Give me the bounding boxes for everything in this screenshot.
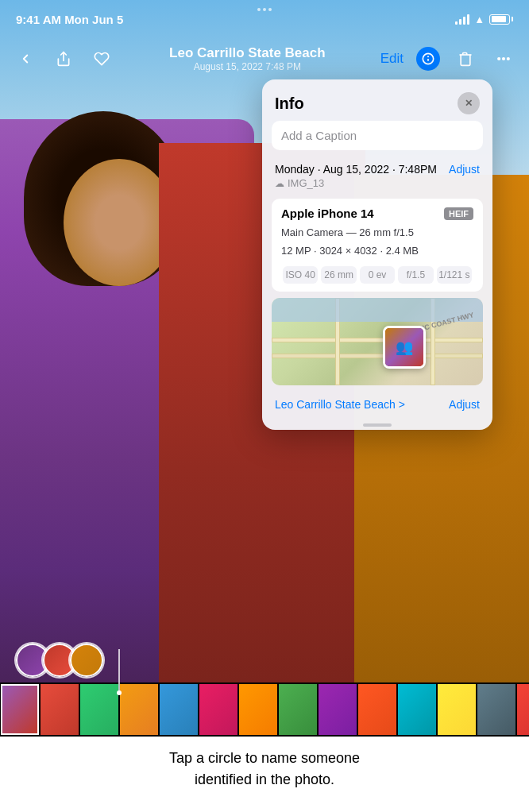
svg-point-8 [117, 690, 122, 695]
dot [268, 8, 272, 11]
status-time: 9:41 AM Mon Jun 5 [16, 13, 123, 26]
film-thumb-selected[interactable] [1, 684, 39, 735]
heif-badge: HEIF [444, 207, 473, 220]
info-panel-header: Info ✕ [262, 79, 492, 121]
map-road [272, 338, 483, 342]
location-adjust-button[interactable]: Adjust [449, 398, 480, 411]
file-name-row: ☁ IMG_13 [275, 177, 449, 189]
map-pin-photo: 👥 [385, 328, 423, 366]
caption-placeholder: Add a Caption [281, 129, 357, 142]
info-title: Info [275, 95, 304, 113]
three-dots [257, 8, 272, 11]
favorite-button[interactable] [89, 46, 114, 72]
status-bar: 9:41 AM Mon Jun 5 ▲ [0, 0, 529, 38]
film-thumb[interactable] [398, 684, 436, 735]
map-section[interactable]: PACIFIC COAST HWY 👥 [272, 298, 483, 385]
status-right: ▲ [455, 14, 513, 25]
nav-right: Edit [380, 46, 516, 72]
film-thumb[interactable] [199, 684, 237, 735]
battery-icon [489, 14, 513, 25]
panel-handle [363, 423, 392, 427]
callout-line [75, 649, 171, 697]
film-thumb[interactable] [279, 684, 317, 735]
dot [257, 8, 261, 11]
date-text: Monday · Aug 15, 2022 · 7:48PM [275, 163, 449, 176]
svg-point-4 [503, 58, 505, 60]
share-button[interactable] [51, 46, 76, 72]
exif-row: ISO 40 26 mm 0 ev f/1.5 1/121 s [272, 261, 483, 292]
film-thumb[interactable] [41, 684, 79, 735]
date-row: Monday · Aug 15, 2022 · 7:48PM ☁ IMG_13 … [262, 160, 492, 192]
exif-aperture: f/1.5 [398, 266, 433, 284]
info-close-button[interactable]: ✕ [458, 92, 480, 114]
date-adjust-button[interactable]: Adjust [449, 163, 480, 176]
film-thumb[interactable] [358, 684, 396, 735]
date-info: Monday · Aug 15, 2022 · 7:48PM ☁ IMG_13 [275, 163, 449, 189]
film-thumb[interactable] [517, 684, 529, 735]
caption-area: Tap a circle to name someone identified … [0, 737, 529, 812]
signal-icon [455, 14, 469, 25]
film-thumb[interactable] [438, 684, 476, 735]
person-left-face [64, 159, 175, 286]
map-footer: Leo Carrillo State Beach > Adjust [262, 392, 492, 417]
delete-button[interactable] [453, 46, 478, 72]
info-panel: Info ✕ Add a Caption Monday · Aug 15, 20… [262, 79, 492, 430]
nav-bar: Leo Carrillo State Beach August 15, 2022… [0, 38, 529, 79]
caption-input[interactable]: Add a Caption [272, 121, 483, 150]
svg-point-6 [498, 58, 500, 60]
nav-center: Leo Carrillo State Beach August 15, 2022… [169, 45, 326, 72]
nav-left [13, 46, 114, 72]
exif-ev: 0 ev [360, 266, 395, 284]
camera-section: Apple iPhone 14 HEIF Main Camera — 26 mm… [272, 199, 483, 292]
camera-detail: Main Camera — 26 mm f/1.5 [272, 225, 483, 243]
edit-button[interactable]: Edit [380, 51, 404, 67]
exif-shutter: 1/121 s [437, 266, 472, 284]
exif-iso: ISO 40 [283, 266, 318, 284]
cloud-icon: ☁ [275, 178, 284, 189]
camera-header: Apple iPhone 14 HEIF [272, 199, 483, 225]
svg-point-5 [508, 58, 510, 60]
film-thumb[interactable] [319, 684, 357, 735]
exif-focal: 26 mm [321, 266, 356, 284]
camera-model: Apple iPhone 14 [281, 207, 374, 220]
tap-instruction: Tap a circle to name someone identified … [137, 748, 392, 791]
dot [263, 8, 266, 11]
info-button[interactable] [416, 47, 440, 71]
location-link[interactable]: Leo Carrillo State Beach > [275, 398, 405, 411]
film-thumb[interactable] [477, 684, 515, 735]
film-thumb[interactable] [239, 684, 277, 735]
more-button[interactable] [491, 46, 516, 72]
map-photo-pin: 👥 [383, 326, 426, 369]
back-button[interactable] [13, 46, 38, 72]
photo-title: Leo Carrillo State Beach [169, 45, 326, 61]
mp-detail: 12 MP · 3024 × 4032 · 2.4 MB [272, 243, 483, 261]
photo-subtitle: August 15, 2022 7:48 PM [169, 61, 326, 72]
file-name: IMG_13 [288, 177, 324, 189]
map-road [272, 354, 483, 358]
close-icon: ✕ [465, 98, 473, 109]
wifi-icon: ▲ [474, 14, 485, 25]
